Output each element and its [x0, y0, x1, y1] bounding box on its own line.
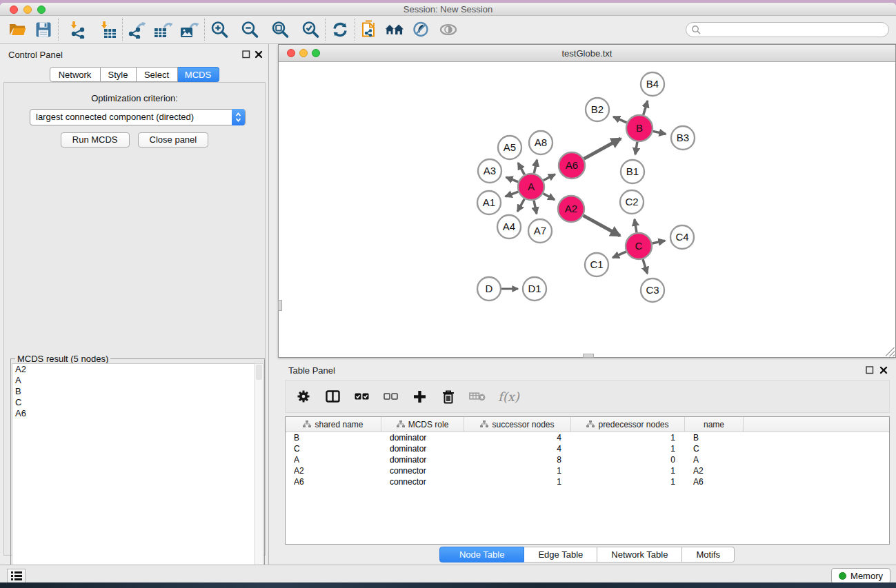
edge-A6-B[interactable]	[584, 139, 621, 159]
edge-B-B3[interactable]	[653, 131, 666, 134]
import-network-icon[interactable]	[67, 19, 88, 40]
edge-A-A3[interactable]	[506, 177, 519, 182]
node-A3[interactable]: A3	[478, 159, 501, 183]
zoom-out-icon[interactable]	[239, 19, 260, 40]
close-panel-icon[interactable]	[255, 50, 263, 59]
edge-A-A2[interactable]	[544, 194, 555, 200]
float-panel-icon[interactable]	[866, 366, 874, 374]
refresh-icon[interactable]	[330, 19, 350, 40]
column-header-MCDS-role[interactable]: MCDS role	[381, 417, 464, 432]
table-row[interactable]: Cdominator41C	[286, 443, 889, 454]
column-header-name[interactable]: name	[685, 417, 744, 432]
task-history-button[interactable]	[7, 569, 26, 583]
result-item[interactable]: B	[12, 386, 255, 397]
node-A1[interactable]: A1	[477, 191, 501, 214]
criterion-dropdown[interactable]: largest connected component (directed)	[30, 109, 246, 125]
result-scrollbar[interactable]	[255, 363, 263, 588]
mcds-result-list[interactable]: A2ABCA6	[12, 363, 255, 588]
node-A6[interactable]: A6	[559, 152, 585, 179]
delete-row-icon[interactable]	[440, 388, 457, 405]
tab-style[interactable]: Style	[101, 67, 137, 82]
export-table-icon[interactable]	[153, 19, 174, 40]
edge-A-A7[interactable]	[534, 201, 537, 214]
export-network-icon[interactable]	[127, 19, 148, 40]
bottom-edge-handle[interactable]	[583, 354, 594, 358]
document-network-icon[interactable]	[359, 19, 380, 40]
network-graph[interactable]: A5A8A3AA1A4A7A6A2B2B4BB3B1C2C4CC1C3DD1	[279, 62, 895, 357]
edge-B-B1[interactable]	[635, 142, 637, 154]
node-B3[interactable]: B3	[671, 126, 695, 150]
tab-node-table[interactable]: Node Table	[439, 547, 525, 562]
tab-mcds[interactable]: MCDS	[178, 67, 219, 82]
result-item[interactable]: A2	[12, 364, 255, 375]
open-folder-icon[interactable]	[7, 19, 28, 40]
network-window-titlebar[interactable]: testGlobe.txt	[279, 45, 895, 62]
node-D1[interactable]: D1	[523, 277, 546, 301]
close-panel-icon[interactable]	[879, 366, 888, 374]
node-A7[interactable]: A7	[528, 219, 552, 243]
edge-A-A8[interactable]	[534, 160, 537, 174]
result-scrollbar-thumb[interactable]	[256, 365, 262, 380]
node-table[interactable]: shared nameMCDS rolesuccessor nodesprede…	[285, 416, 890, 545]
tab-network[interactable]: Network	[50, 67, 101, 82]
zoom-in-icon[interactable]	[209, 19, 230, 40]
edge-C-C1[interactable]	[613, 252, 626, 258]
edge-A-A1[interactable]	[506, 192, 519, 196]
edge-A-A6[interactable]	[544, 174, 555, 181]
node-A8[interactable]: A8	[529, 131, 552, 154]
table-row[interactable]: A6connector11A6	[286, 476, 889, 487]
tab-edge-table[interactable]: Edge Table	[524, 547, 597, 562]
node-B1[interactable]: B1	[621, 160, 644, 183]
eye-icon[interactable]	[438, 19, 459, 40]
edge-C-C2[interactable]	[635, 219, 637, 232]
float-panel-icon[interactable]	[242, 50, 250, 59]
tab-motifs[interactable]: Motifs	[682, 547, 735, 562]
memory-button[interactable]: Memory	[831, 568, 890, 584]
node-B2[interactable]: B2	[586, 98, 609, 121]
export-image-icon[interactable]	[179, 19, 200, 40]
edge-C-C4[interactable]	[653, 241, 666, 243]
split-columns-icon[interactable]	[324, 388, 341, 405]
add-row-icon[interactable]	[411, 388, 428, 405]
node-C1[interactable]: C1	[585, 253, 608, 276]
network-canvas[interactable]: A5A8A3AA1A4A7A6A2B2B4BB3B1C2C4CC1C3DD1	[279, 62, 895, 357]
left-edge-handle[interactable]	[278, 300, 282, 311]
edge-B-B4[interactable]	[644, 101, 648, 114]
import-table-icon[interactable]	[97, 19, 118, 40]
gear-icon[interactable]	[295, 388, 312, 405]
node-C[interactable]: C	[626, 233, 652, 259]
delete-table-icon[interactable]	[469, 388, 486, 405]
two-houses-icon[interactable]	[384, 19, 405, 40]
table-row[interactable]: A2connector11A2	[286, 465, 889, 476]
node-C2[interactable]: C2	[620, 190, 644, 214]
table-row[interactable]: Adominator80A	[286, 454, 889, 465]
label-slash-icon[interactable]	[410, 19, 431, 40]
resize-grip[interactable]	[886, 347, 895, 356]
select-all-icon[interactable]	[353, 388, 370, 405]
edge-C-C3[interactable]	[643, 259, 647, 274]
result-item[interactable]: A	[12, 375, 255, 386]
edge-A-A4[interactable]	[517, 199, 524, 212]
result-item[interactable]: C	[12, 397, 255, 408]
node-C4[interactable]: C4	[670, 225, 694, 249]
column-header-shared-name[interactable]: shared name	[286, 417, 381, 432]
edge-A-A5[interactable]	[518, 163, 524, 174]
node-B[interactable]: B	[626, 115, 653, 141]
zoom-fit-icon[interactable]	[270, 19, 290, 40]
node-D[interactable]: D	[477, 277, 501, 301]
node-A4[interactable]: A4	[497, 215, 521, 239]
result-item[interactable]: A6	[12, 408, 255, 419]
save-floppy-icon[interactable]	[33, 19, 54, 40]
column-header-predecessor-nodes[interactable]: predecessor nodes	[571, 417, 685, 432]
search-input[interactable]	[686, 22, 889, 37]
node-B4[interactable]: B4	[641, 72, 664, 96]
tab-select[interactable]: Select	[137, 67, 178, 82]
table-row[interactable]: Bdominator41B	[286, 432, 889, 443]
edge-A2-C[interactable]	[584, 216, 620, 236]
run-mcds-button[interactable]: Run MCDS	[61, 132, 130, 148]
node-A5[interactable]: A5	[498, 136, 521, 159]
zoom-selected-icon[interactable]	[300, 19, 321, 40]
deselect-all-icon[interactable]	[382, 388, 399, 405]
node-A[interactable]: A	[518, 174, 544, 200]
function-builder-icon[interactable]: f(x)	[498, 388, 519, 405]
